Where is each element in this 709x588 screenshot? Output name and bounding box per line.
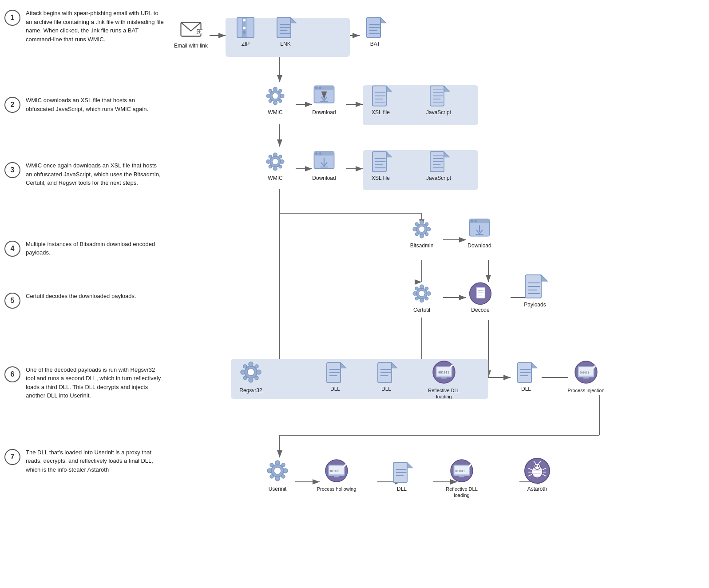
svg-point-118 — [420, 220, 424, 224]
bat-icon — [364, 16, 387, 39]
svg-text:001011: 001011 — [455, 469, 465, 473]
email-label: Email with link — [174, 43, 208, 50]
regsvr32-label: Regsvr32 — [239, 387, 262, 394]
svg-point-195 — [275, 461, 280, 465]
svg-point-137 — [427, 292, 431, 296]
dll3-label: DLL — [521, 386, 531, 393]
svg-point-197 — [267, 469, 272, 473]
reflective-dll2-icon: 001011 — [448, 457, 475, 484]
svg-point-120 — [413, 227, 417, 231]
svg-rect-178 — [441, 377, 447, 378]
svg-text:001011: 001011 — [438, 371, 449, 374]
reflective-dll1-label: Reflective DLL loading — [422, 387, 466, 400]
step-text-3: WMIC once again downloads an XSL file th… — [26, 161, 164, 187]
bitsadmin-icon — [410, 218, 433, 241]
step-text-7: The DLL that's loaded into Userinit is a… — [26, 448, 164, 474]
svg-point-199 — [270, 463, 273, 467]
download1-icon — [313, 84, 336, 107]
svg-point-160 — [255, 376, 258, 380]
svg-point-156 — [249, 378, 253, 382]
step-2: 2 WMIC downloads an XSL file that hosts … — [4, 96, 164, 113]
step-text-6: One of the decoded payloads is run with … — [26, 366, 164, 400]
bitsadmin-label: Bitsadmin — [410, 242, 434, 250]
svg-marker-211 — [407, 462, 412, 468]
xslfile1-label: XSL file — [372, 109, 390, 116]
certutil-label: Certutil — [413, 307, 430, 314]
svg-point-117 — [419, 226, 425, 232]
node-javascript2: JavaScript — [421, 150, 456, 182]
node-userinit: Userinit — [260, 457, 295, 493]
javascript2-label: JavaScript — [426, 175, 451, 182]
javascript1-icon — [427, 84, 450, 107]
download3-icon — [468, 218, 491, 241]
javascript1-label: JavaScript — [426, 109, 451, 116]
dll1-label: DLL — [330, 386, 340, 393]
node-wmic2: WMIC — [260, 150, 291, 182]
svg-point-71 — [319, 87, 321, 89]
step-4: 4 Multiple instances of Bitsadmin downlo… — [4, 240, 164, 257]
svg-point-201 — [281, 463, 285, 467]
svg-point-161 — [255, 365, 258, 368]
svg-point-200 — [281, 475, 285, 478]
wmic1-icon — [264, 84, 287, 107]
userinit-label: Userinit — [269, 486, 287, 493]
svg-marker-104 — [386, 151, 392, 157]
step-text-2: WMIC downloads an XSL file that hosts an… — [26, 96, 164, 113]
svg-marker-45 — [291, 17, 296, 23]
step-text-1: Attack begins with spear-phishing email … — [26, 9, 164, 44]
svg-point-62 — [266, 94, 270, 98]
xslfile1-icon — [369, 84, 392, 107]
svg-point-202 — [270, 475, 273, 478]
node-download1: Download — [306, 84, 342, 116]
svg-marker-52 — [380, 17, 386, 23]
svg-marker-165 — [341, 362, 346, 368]
svg-rect-43 — [243, 31, 246, 34]
node-dll1: DLL — [320, 361, 351, 393]
process-hollowing-icon: 001011 — [323, 457, 350, 484]
payloads-label: Payloads — [524, 302, 546, 309]
svg-rect-40 — [243, 19, 246, 21]
svg-point-100 — [319, 152, 321, 155]
payloads-icon — [522, 273, 548, 300]
node-lnk: LNK — [270, 16, 301, 48]
download2-icon — [313, 150, 336, 173]
node-dll2: DLL — [371, 361, 402, 393]
node-payloads: Payloads — [517, 273, 553, 309]
download3-label: Download — [467, 242, 491, 250]
svg-point-70 — [315, 87, 317, 89]
svg-point-196 — [275, 477, 280, 481]
svg-rect-207 — [334, 476, 339, 477]
main-container: 1 Attack begins with spear-phishing emai… — [0, 0, 709, 582]
step-text-4: Multiple instances of Bitsadmin download… — [26, 240, 164, 257]
node-xslfile1: XSL file — [364, 84, 397, 116]
node-reflective-dll1: 001011 Reflective DLL loading — [422, 359, 466, 400]
decode-label: Decode — [471, 307, 489, 314]
dll4-icon — [390, 461, 413, 484]
svg-point-66 — [279, 89, 282, 92]
svg-point-119 — [420, 234, 424, 238]
svg-point-64 — [269, 89, 272, 92]
diagram-column: Email with link ZIP — [169, 9, 705, 573]
svg-point-134 — [420, 285, 424, 289]
svg-text:001011: 001011 — [579, 371, 589, 374]
zip-icon — [234, 16, 257, 39]
xslfile2-icon — [369, 150, 392, 173]
process-injection-label: Process injection — [567, 387, 604, 393]
node-bitsadmin: Bitsadmin — [404, 218, 440, 250]
svg-point-63 — [280, 94, 284, 98]
node-zip: ZIP — [230, 16, 261, 48]
step-5: 5 Certutil decodes the downloaded payloa… — [4, 292, 164, 309]
svg-point-225 — [535, 465, 537, 467]
svg-point-88 — [272, 159, 278, 165]
svg-point-162 — [243, 376, 247, 380]
wmic1-label: WMIC — [268, 109, 282, 116]
lnk-icon — [274, 16, 297, 39]
svg-point-121 — [427, 227, 431, 231]
step-circle-2: 2 — [4, 97, 20, 113]
svg-point-158 — [257, 370, 261, 374]
svg-point-67 — [269, 99, 272, 103]
svg-point-157 — [241, 370, 245, 374]
svg-point-135 — [420, 298, 424, 302]
svg-point-198 — [283, 469, 288, 473]
node-xslfile2: XSL file — [364, 150, 397, 182]
